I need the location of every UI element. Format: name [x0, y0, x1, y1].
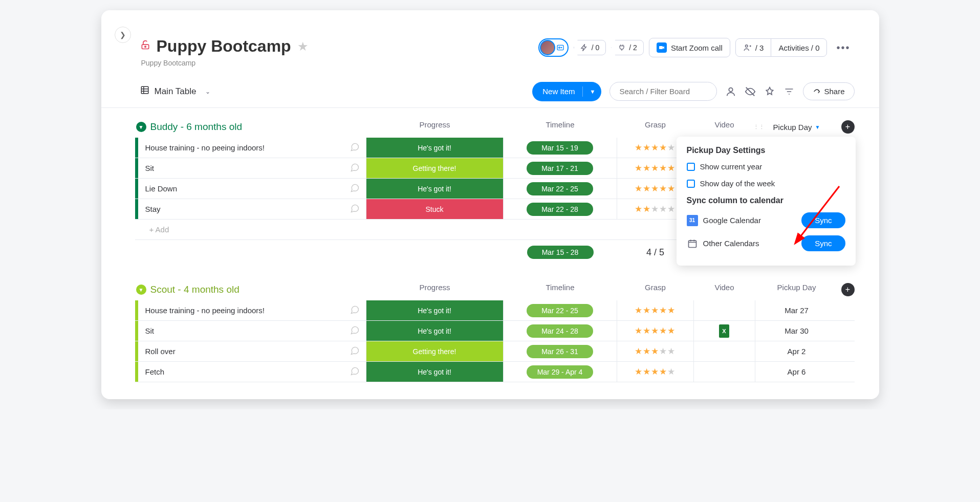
progress-cell[interactable]: He's got it! [366, 179, 504, 199]
conversation-icon[interactable] [350, 345, 360, 357]
column-header-progress[interactable]: Progress [366, 283, 504, 296]
drag-grip-icon[interactable]: ⋮⋮ [753, 124, 765, 130]
progress-cell[interactable]: He's got it! [366, 138, 504, 158]
item-name-cell[interactable]: Fetch [138, 362, 366, 382]
timeline-cell[interactable]: Mar 22 - 25 [504, 300, 617, 320]
conversation-icon[interactable] [350, 304, 360, 316]
expand-sidebar-button[interactable]: ❯ [115, 27, 131, 43]
progress-cell[interactable]: He's got it! [366, 321, 504, 341]
add-column-button[interactable]: + [841, 120, 855, 134]
add-column-button[interactable]: + [841, 283, 855, 296]
progress-cell[interactable]: He's got it! [366, 362, 504, 382]
members-button[interactable]: / 3 [736, 39, 772, 56]
timeline-cell[interactable]: Mar 26 - 31 [504, 341, 617, 361]
timeline-pill: Mar 24 - 28 [527, 324, 593, 338]
start-zoom-button[interactable]: Start Zoom call [649, 38, 730, 57]
board-menu-button[interactable]: ••• [832, 42, 854, 54]
sync-label: Google Calendar [703, 216, 761, 225]
integrations-count: / 2 [629, 43, 637, 52]
conversation-icon[interactable] [350, 142, 360, 154]
sync-google-button[interactable]: Sync [801, 212, 845, 228]
timeline-pill: Mar 26 - 31 [527, 345, 593, 358]
grasp-cell[interactable]: ★★★★★ [617, 341, 694, 361]
conversation-icon[interactable] [350, 366, 360, 378]
show-year-option[interactable]: Show current year [687, 162, 845, 171]
calendar-icon [687, 238, 698, 249]
timeline-cell[interactable]: Mar 22 - 28 [504, 199, 617, 219]
item-name-cell[interactable]: Lie Down [138, 179, 366, 199]
conversation-icon[interactable] [350, 325, 360, 337]
collapse-group-button[interactable]: ▼ [136, 285, 146, 295]
conversation-icon[interactable] [350, 203, 360, 215]
column-header-pickup[interactable]: Pickup Day [755, 283, 838, 296]
timeline-cell[interactable]: Mar 15 - 19 [504, 138, 617, 158]
progress-cell[interactable]: Stuck [366, 199, 504, 219]
item-name-cell[interactable]: Sit [138, 321, 366, 341]
item-name-cell[interactable]: House training - no peeing indoors! [138, 138, 366, 158]
search-input[interactable] [609, 82, 717, 101]
board-description[interactable]: Puppy Bootcamp [141, 59, 848, 67]
video-cell[interactable] [694, 300, 755, 320]
excel-file-icon[interactable]: X [719, 324, 729, 338]
activities-button[interactable]: Activities / 0 [771, 39, 826, 56]
pickup-cell[interactable]: Apr 2 [755, 341, 838, 361]
sync-other-button[interactable]: Sync [801, 235, 845, 251]
video-cell[interactable] [694, 341, 755, 361]
board-viewers[interactable] [538, 38, 569, 57]
column-header-pickup[interactable]: ⋮⋮ Pickup Day ▼ [755, 120, 838, 134]
pin-icon[interactable] [764, 86, 775, 97]
conversation-icon[interactable] [350, 162, 360, 174]
group-title[interactable]: Scout - 4 months old [150, 284, 239, 295]
favorite-star-icon[interactable]: ★ [297, 39, 309, 54]
grasp-cell[interactable]: ★★★★★ [617, 321, 694, 341]
group-title[interactable]: Buddy - 6 months old [150, 121, 243, 133]
timeline-cell[interactable]: Mar 22 - 25 [504, 179, 617, 199]
column-header-timeline[interactable]: Timeline [504, 120, 617, 134]
collapse-group-button[interactable]: ▼ [136, 122, 146, 132]
summary-timeline: Mar 15 - 28 [504, 242, 617, 263]
column-header-progress[interactable]: Progress [366, 120, 504, 134]
column-header-video[interactable]: Video [694, 120, 755, 134]
new-item-button[interactable]: New Item ▼ [532, 82, 601, 101]
timeline-cell[interactable]: Mar 29 - Apr 4 [504, 362, 617, 382]
grasp-cell[interactable]: ★★★★★ [617, 300, 694, 320]
timeline-cell[interactable]: Mar 17 - 21 [504, 158, 617, 178]
video-cell[interactable] [694, 362, 755, 382]
item-name-cell[interactable]: Sit [138, 158, 366, 178]
svg-point-7 [729, 88, 733, 91]
popover-title: Pickup Day Settings [687, 146, 845, 155]
item-name-cell[interactable]: Roll over [138, 341, 366, 361]
progress-cell[interactable]: He's got it! [366, 300, 504, 320]
progress-cell[interactable]: Getting there! [366, 158, 504, 178]
view-selector[interactable]: Main Table ⌄ [140, 85, 211, 97]
video-cell[interactable]: X [694, 321, 755, 341]
pickup-cell[interactable]: Mar 30 [755, 321, 838, 341]
automations-counter[interactable]: / 0 [574, 40, 606, 55]
board-window: ❯ Puppy Bootcamp ★ Puppy Bootcamp / 0 / … [101, 10, 879, 399]
sync-section-title: Sync column to calendar [687, 196, 845, 205]
pickup-cell[interactable]: Apr 6 [755, 362, 838, 382]
google-calendar-icon: 31 [687, 215, 698, 226]
timeline-cell[interactable]: Mar 24 - 28 [504, 321, 617, 341]
share-button[interactable]: Share [803, 82, 854, 100]
svg-point-3 [558, 47, 560, 49]
show-weekday-option[interactable]: Show day of the week [687, 179, 845, 188]
column-header-grasp[interactable]: Grasp [617, 283, 694, 296]
new-item-label: New Item [542, 87, 575, 96]
column-header-grasp[interactable]: Grasp [617, 120, 694, 134]
zoom-icon [657, 42, 667, 53]
grasp-cell[interactable]: ★★★★★ [617, 362, 694, 382]
integrations-counter[interactable]: / 2 [611, 40, 644, 55]
column-header-video[interactable]: Video [694, 283, 755, 296]
privacy-lock-icon[interactable] [140, 40, 150, 53]
conversation-icon[interactable] [350, 183, 360, 194]
item-name-cell[interactable]: House training - no peeing indoors! [138, 300, 366, 320]
hide-columns-icon[interactable] [745, 86, 756, 97]
column-header-timeline[interactable]: Timeline [504, 283, 617, 296]
pickup-cell[interactable]: Mar 27 [755, 300, 838, 320]
progress-cell[interactable]: Getting there! [366, 341, 504, 361]
person-filter-icon[interactable] [725, 86, 736, 97]
filter-icon[interactable] [783, 86, 795, 97]
item-name-cell[interactable]: Stay [138, 199, 366, 219]
board-title[interactable]: Puppy Bootcamp [157, 37, 291, 56]
